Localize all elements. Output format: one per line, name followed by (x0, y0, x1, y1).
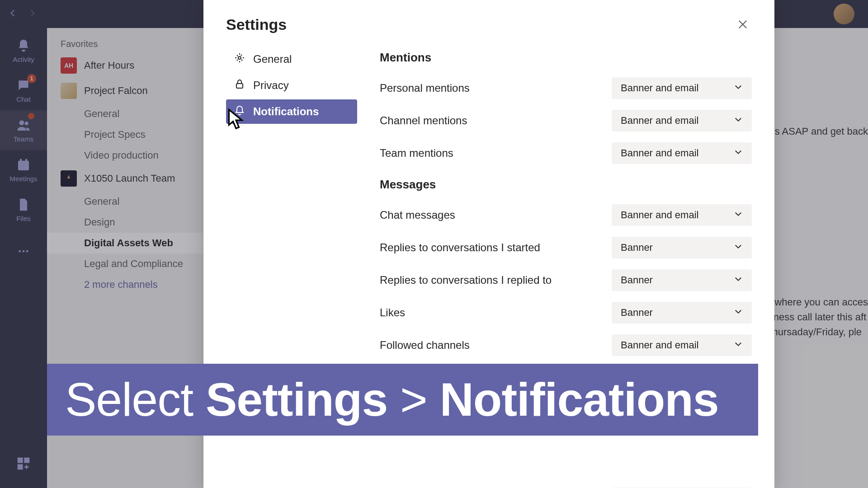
dropdown-team-mentions[interactable]: Banner and email (612, 142, 752, 164)
dropdown-channel-mentions[interactable]: Banner and email (612, 110, 752, 131)
close-button[interactable] (734, 15, 752, 33)
dropdown-value: Banner (621, 307, 653, 319)
banner-text: Select Settings > Notifications (65, 373, 719, 427)
svg-point-11 (238, 56, 241, 59)
chevron-down-icon (734, 147, 743, 159)
dropdown-replies-replied[interactable]: Banner (612, 269, 752, 291)
row-replies-replied: Replies to conversations I replied to Ba… (380, 269, 752, 291)
row-replies-started: Replies to conversations I started Banne… (380, 237, 752, 258)
section-mentions-title: Mentions (380, 51, 752, 65)
dropdown-value: Banner and email (621, 209, 698, 221)
row-chat-messages: Chat messages Banner and email (380, 204, 752, 226)
instruction-banner: Select Settings > Notifications (47, 364, 758, 436)
row-label: Replies to conversations I started (380, 241, 540, 254)
nav-notifications-label: Notifications (253, 105, 319, 118)
row-team-mentions: Team mentions Banner and email (380, 142, 752, 164)
dropdown-personal-mentions[interactable]: Banner and email (612, 77, 752, 99)
nav-privacy-label: Privacy (253, 79, 289, 92)
row-channel-mentions: Channel mentions Banner and email (380, 110, 752, 131)
row-label: Chat messages (380, 209, 455, 221)
chevron-down-icon (734, 307, 743, 319)
row-label: Likes (380, 306, 405, 319)
dropdown-chat-messages[interactable]: Banner and email (612, 204, 752, 226)
row-label: Channel mentions (380, 114, 467, 127)
chevron-down-icon (734, 339, 743, 351)
chevron-down-icon (734, 115, 743, 127)
row-likes: Likes Banner (380, 302, 752, 324)
nav-general[interactable]: General (226, 47, 357, 71)
dropdown-value: Banner and email (621, 147, 698, 159)
dropdown-value: Banner and email (621, 339, 698, 351)
row-label: Followed channels (380, 339, 470, 352)
cursor-icon (226, 108, 246, 134)
chevron-down-icon (734, 209, 743, 221)
lock-icon (234, 79, 245, 92)
row-personal-mentions: Personal mentions Banner and email (380, 77, 752, 99)
dropdown-value: Banner and email (621, 82, 698, 94)
row-label: Team mentions (380, 147, 453, 160)
dropdown-likes[interactable]: Banner (612, 302, 752, 324)
row-label: Personal mentions (380, 82, 470, 94)
row-followed-channels: Followed channels Banner and email (380, 334, 752, 356)
gear-icon (234, 52, 245, 66)
chevron-down-icon (734, 82, 743, 94)
nav-privacy[interactable]: Privacy (226, 73, 357, 98)
dialog-title: Settings (226, 16, 287, 33)
row-label: Replies to conversations I replied to (380, 274, 552, 286)
dropdown-value: Banner (621, 274, 653, 286)
dropdown-value: Banner and email (621, 115, 698, 127)
dropdown-replies-started[interactable]: Banner (612, 237, 752, 258)
chevron-down-icon (734, 242, 743, 253)
nav-general-label: General (253, 53, 292, 66)
dropdown-followed-channels[interactable]: Banner and email (612, 334, 752, 356)
section-messages-title: Messages (380, 178, 752, 192)
chevron-down-icon (734, 274, 743, 286)
dropdown-value: Banner (621, 242, 653, 253)
svg-rect-12 (236, 84, 243, 88)
